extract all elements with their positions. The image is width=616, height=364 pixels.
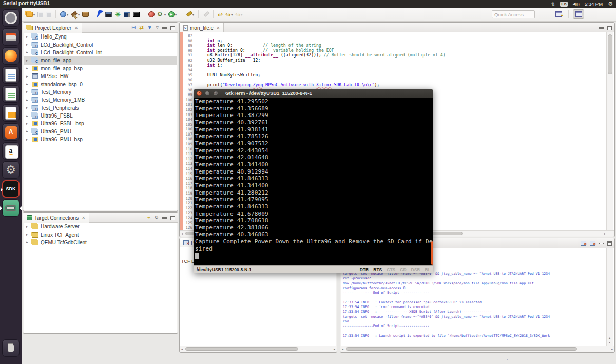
link-with-editor-icon[interactable]: ⇄ <box>139 25 143 30</box>
project-Test_Memory_1MB[interactable]: ▸Test_Memory_1MB <box>24 96 177 104</box>
window-maximize-button[interactable] <box>213 91 218 96</box>
minimize-icon[interactable] <box>599 243 604 244</box>
launcher-item-trash[interactable] <box>2 339 20 357</box>
dropdown-arrow-icon[interactable]: ▾ <box>33 13 35 16</box>
forward-button[interactable]: ▾ <box>225 9 233 20</box>
problems-horizontal-scrollbar[interactable]: ◂ ▸ <box>180 346 336 352</box>
cpp-perspective-button[interactable] <box>573 9 584 19</box>
refresh-icon[interactable]: ↻ <box>155 215 159 220</box>
session-gear-icon[interactable]: ⚙ <box>608 1 613 7</box>
minimize-icon[interactable] <box>162 217 167 219</box>
new-button[interactable]: ▾ <box>26 11 35 17</box>
expand-arrow-icon[interactable]: ▸ <box>26 74 30 79</box>
tab-mon-file-c[interactable]: mon_file.c ✕ <box>180 23 224 33</box>
collapse-all-icon[interactable]: ⊟ <box>131 25 136 30</box>
window-view-button[interactable] <box>123 11 131 18</box>
scroll-left-arrow[interactable]: ◂ <box>181 347 183 351</box>
expand-arrow-icon[interactable]: ▸ <box>26 82 30 86</box>
project-MPSoc_HW[interactable]: ▸MPSoc_HW <box>24 72 177 80</box>
close-icon[interactable]: ✕ <box>217 26 220 30</box>
maximize-icon[interactable] <box>170 26 175 30</box>
launcher-item-ubuntu-dash[interactable] <box>2 9 20 27</box>
open-perspective-button[interactable]: + <box>553 9 564 19</box>
project-Hello_Zynq[interactable]: ▸Hello_Zynq <box>24 33 177 41</box>
expand-arrow-icon[interactable]: ▸ <box>26 50 30 54</box>
expand-arrow-icon[interactable]: ▸ <box>26 90 30 94</box>
console-vertical-scrollbar[interactable]: ▴ ▾ <box>606 248 613 346</box>
view-menu-icon[interactable]: ▽ <box>156 25 159 30</box>
scroll-up-arrow[interactable]: ▴ <box>609 336 610 339</box>
project-LCd_Backlight_Control[interactable]: ▸LCd_Backlight_Control <box>24 41 177 48</box>
expand-arrow-icon[interactable]: ▸ <box>26 35 30 39</box>
quick-access-input[interactable]: Quick Access <box>492 10 535 18</box>
expand-arrow-icon[interactable]: ▸ <box>26 240 30 244</box>
debug-config-button[interactable]: ▾ <box>157 11 166 18</box>
connection-Linux TCF Agent[interactable]: ▸Linux TCF Agent <box>24 231 177 238</box>
project-Ultra96_PMU[interactable]: ▸Ultra96_PMU <box>24 128 177 136</box>
expand-arrow-icon[interactable]: ▸ <box>26 106 30 110</box>
scrollbar-thumb[interactable] <box>346 347 577 351</box>
program-fpga-button[interactable] <box>114 11 122 18</box>
expand-arrow-icon[interactable]: ▸ <box>26 225 30 229</box>
back-button[interactable] <box>217 9 223 20</box>
expand-arrow-icon[interactable]: ▸ <box>26 114 30 118</box>
tab-project-explorer[interactable]: Project Explorer ✕ <box>23 23 82 33</box>
scrollbar-thumb[interactable] <box>185 347 298 351</box>
gtkterm-scrollbar-thumb[interactable] <box>431 241 433 265</box>
gtkterm-window[interactable]: GtkTerm - /dev/ttyUSB1 115200-8-N-1 Temp… <box>194 89 433 273</box>
project-Ultra96_FSBL_bsp[interactable]: ▸Ultra96_FSBL_bsp <box>24 120 177 127</box>
window-close-button[interactable] <box>197 91 202 96</box>
close-icon[interactable]: ✕ <box>82 216 85 220</box>
minimize-icon[interactable] <box>599 27 604 29</box>
connection-Hardware Server[interactable]: ▸Hardware Server <box>24 223 177 231</box>
scroll-right-arrow[interactable]: ▸ <box>611 347 613 351</box>
build-button[interactable]: ▾ <box>70 11 80 18</box>
project-Test_Peripherals[interactable]: ▸Test_Peripherals <box>24 104 177 112</box>
launcher-item-amazon[interactable]: a <box>2 142 20 160</box>
volume-icon[interactable]: ◀))) <box>573 2 580 6</box>
sdk-terminal-button[interactable] <box>105 11 112 18</box>
filter-icon[interactable]: ▼ <box>147 25 152 30</box>
tab-target-connections[interactable]: Target Connections ✕ <box>23 213 89 223</box>
program-flash-button[interactable] <box>82 11 89 17</box>
scroll-down-arrow[interactable]: ▾ <box>609 340 610 344</box>
keyboard-indicator-icon[interactable]: ⇅ <box>551 2 555 7</box>
expand-arrow-icon[interactable]: ▸ <box>26 138 30 142</box>
project-Test_Memory[interactable]: ▸Test_Memory <box>24 88 177 96</box>
gtkterm-titlebar[interactable]: GtkTerm - /dev/ttyUSB1 115200-8-N-1 <box>194 89 433 98</box>
scroll-left-arrow[interactable]: ◂ <box>181 232 183 235</box>
dropdown-arrow-icon[interactable]: ▾ <box>241 13 242 16</box>
connection-QEMU TcfGdbClient[interactable]: ▸QEMU TcfGdbClient <box>24 239 177 246</box>
project-mon_file_app[interactable]: ▸mon_file_app <box>24 56 177 64</box>
project-LCd_Backlight_Control_Int[interactable]: ▸LCd_Backlight_Control_Int <box>24 49 177 56</box>
launcher-item-system-settings[interactable] <box>2 161 20 179</box>
keyboard-layout-badge[interactable]: En <box>560 2 567 7</box>
launcher-item-libreoffice-impress[interactable] <box>2 104 20 122</box>
launcher-item-firefox[interactable] <box>2 47 20 65</box>
remove-console-icon[interactable] <box>581 241 586 246</box>
external-tools-button[interactable]: ▾ <box>185 11 195 18</box>
console-horizontal-scrollbar[interactable]: ◂ ▸ <box>341 346 614 352</box>
dropdown-arrow-icon[interactable]: ▾ <box>192 13 194 16</box>
window-minimize-button[interactable] <box>205 91 210 96</box>
maximize-icon[interactable] <box>170 216 175 220</box>
launcher-item-libreoffice-calc[interactable] <box>2 85 20 103</box>
close-icon[interactable]: ✕ <box>74 26 78 30</box>
launcher-item-libreoffice-writer[interactable] <box>2 66 20 84</box>
screen-capture-button[interactable] <box>132 11 140 17</box>
launcher-item-xilinx-sdk[interactable]: SDK <box>2 180 20 198</box>
maximize-icon[interactable] <box>607 241 612 246</box>
run-button[interactable]: ▾ <box>168 11 177 18</box>
dropdown-arrow-icon[interactable]: ▾ <box>67 13 68 16</box>
project-Ultra96_PMU_bsp[interactable]: ▸Ultra96_PMU_bsp <box>24 136 177 143</box>
expand-arrow-icon[interactable]: ▸ <box>26 43 30 47</box>
code-lines[interactable]: int n; int len=0; // length of the strin… <box>197 33 605 88</box>
launcher-item-files[interactable] <box>2 28 20 46</box>
gtkterm-terminal[interactable]: Temperature 41.295502Temperature 41.3566… <box>194 98 433 265</box>
open-console-icon[interactable] <box>590 241 595 246</box>
project-Ultra96_FSBL[interactable]: ▸Ultra96_FSBL <box>24 112 177 120</box>
scroll-right-arrow[interactable]: ▸ <box>604 232 606 235</box>
sash-handle[interactable]: ⋮ <box>505 357 510 362</box>
expand-arrow-icon[interactable]: ▸ <box>26 122 30 126</box>
expand-arrow-icon[interactable]: ▸ <box>26 59 30 63</box>
